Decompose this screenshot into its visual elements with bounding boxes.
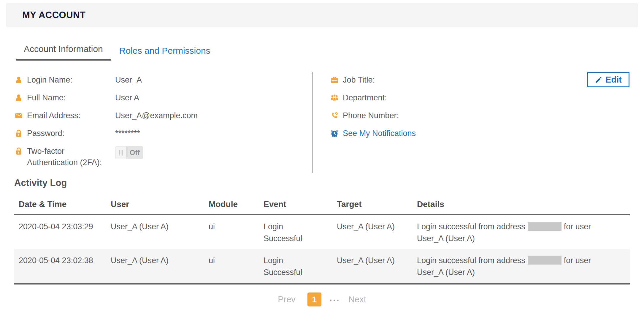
notifications-row: See My Notifications bbox=[330, 128, 431, 146]
redacted-ip-box bbox=[528, 256, 561, 265]
field-label: Department: bbox=[343, 92, 431, 103]
column-header-date-time: Date & Time bbox=[14, 195, 106, 214]
table-header-row: Date & Time User Module Event Target Det… bbox=[14, 195, 630, 215]
edit-button-label: Edit bbox=[605, 75, 622, 85]
field-job-title: Job Title: bbox=[330, 74, 431, 92]
page-header-bar: MY ACCOUNT bbox=[6, 3, 638, 27]
cell-user: User_A (User A) bbox=[106, 249, 204, 283]
phone-icon bbox=[330, 111, 339, 120]
field-email: Email Address: User_A@example.com bbox=[14, 110, 198, 128]
cell-target: User_A (User A) bbox=[332, 249, 413, 283]
full-name-value: User A bbox=[115, 92, 139, 103]
column-header-event: Event bbox=[259, 195, 332, 214]
tab-bar: Account Information Roles and Permission… bbox=[0, 44, 644, 61]
cell-date-time: 2020-05-04 23:03:29 bbox=[14, 215, 106, 249]
two-factor-toggle[interactable]: Off bbox=[115, 146, 143, 159]
table-body: 2020-05-04 23:03:29 User_A (User A) ui L… bbox=[14, 215, 630, 284]
field-label: Job Title: bbox=[343, 74, 431, 86]
field-label: Full Name: bbox=[27, 92, 115, 103]
lock-icon bbox=[14, 129, 23, 138]
current-page-button[interactable]: 1 bbox=[307, 293, 321, 306]
user-icon bbox=[14, 75, 23, 84]
prev-page-button[interactable]: Prev bbox=[278, 295, 296, 304]
field-two-factor: Two-factor Authentication (2FA): Off bbox=[14, 146, 198, 178]
edit-button[interactable]: Edit bbox=[587, 72, 629, 87]
page-ellipsis[interactable]: ... bbox=[330, 293, 340, 303]
department-icon bbox=[330, 93, 339, 102]
field-label: Email Address: bbox=[27, 110, 115, 121]
toggle-state-label: Off bbox=[127, 146, 143, 159]
cell-target: User_A (User A) bbox=[332, 215, 413, 249]
briefcase-icon bbox=[330, 75, 339, 84]
cell-event: Login Successful bbox=[259, 249, 332, 283]
field-login-name: Login Name: User_A bbox=[14, 74, 198, 92]
email-value: User_A@example.com bbox=[115, 110, 198, 121]
next-page-button[interactable]: Next bbox=[348, 295, 366, 304]
cell-user: User_A (User A) bbox=[106, 215, 204, 249]
activity-log-title: Activity Log bbox=[14, 178, 67, 188]
account-fields-right: Job Title: Department: Phone Number: bbox=[330, 74, 431, 146]
column-header-details: Details bbox=[413, 195, 630, 214]
tab-bar-rule bbox=[14, 64, 630, 64]
login-name-value: User_A bbox=[115, 74, 142, 86]
page-title: MY ACCOUNT bbox=[22, 10, 85, 20]
column-header-target: Target bbox=[332, 195, 413, 214]
field-full-name: Full Name: User A bbox=[14, 92, 198, 110]
redacted-ip-box bbox=[528, 222, 561, 231]
account-info-section: Login Name: User_A Full Name: User A Ema… bbox=[0, 71, 644, 178]
toggle-handle bbox=[115, 146, 127, 159]
alarm-clock-icon bbox=[330, 129, 339, 138]
password-value: ******** bbox=[115, 128, 140, 139]
field-password: Password: ******** bbox=[14, 128, 198, 146]
my-account-page: MY ACCOUNT Account Information Roles and… bbox=[0, 0, 644, 313]
field-phone-number: Phone Number: bbox=[330, 110, 431, 128]
see-my-notifications-link[interactable]: See My Notifications bbox=[343, 128, 431, 139]
lock-icon bbox=[14, 147, 23, 156]
cell-details: Login successful from addressfor user Us… bbox=[413, 215, 630, 249]
table-row: 2020-05-04 23:03:29 User_A (User A) ui L… bbox=[14, 215, 630, 249]
activity-log-table: Date & Time User Module Event Target Det… bbox=[14, 195, 630, 284]
cell-date-time: 2020-05-04 23:02:38 bbox=[14, 249, 106, 283]
field-department: Department: bbox=[330, 92, 431, 110]
cell-event: Login Successful bbox=[259, 215, 332, 249]
column-header-module: Module bbox=[204, 195, 259, 214]
cell-module: ui bbox=[204, 215, 259, 249]
field-label: Phone Number: bbox=[343, 110, 431, 121]
column-header-user: User bbox=[106, 195, 204, 214]
pagination: Prev 1 ... Next bbox=[14, 293, 630, 306]
tab-account-information[interactable]: Account Information bbox=[16, 44, 111, 61]
field-label: Two-factor Authentication (2FA): bbox=[27, 146, 115, 168]
pencil-icon bbox=[595, 76, 602, 84]
account-fields-left: Login Name: User_A Full Name: User A Ema… bbox=[14, 74, 198, 178]
user-icon bbox=[14, 93, 23, 102]
table-row: 2020-05-04 23:02:38 User_A (User A) ui L… bbox=[14, 249, 630, 284]
tab-roles-and-permissions[interactable]: Roles and Permissions bbox=[119, 46, 210, 61]
column-divider bbox=[313, 72, 313, 173]
mail-icon bbox=[14, 111, 23, 120]
cell-module: ui bbox=[204, 249, 259, 283]
field-label: Password: bbox=[27, 128, 115, 139]
cell-details: Login successful from addressfor user Us… bbox=[413, 249, 630, 283]
field-label: Login Name: bbox=[27, 74, 115, 86]
